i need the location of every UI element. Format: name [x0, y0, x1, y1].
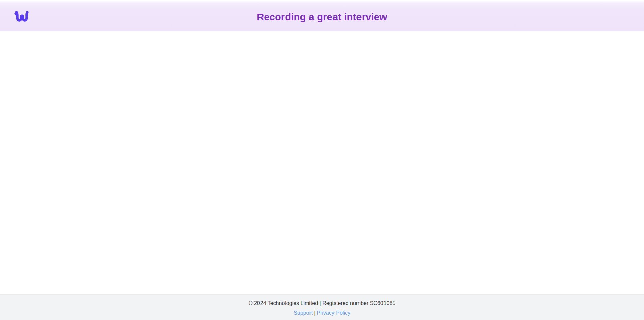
support-link[interactable]: Support	[294, 310, 313, 316]
footer-link-separator: |	[314, 310, 315, 316]
willo-w-logo-icon[interactable]	[14, 10, 29, 25]
page-title: Recording a great interview	[257, 11, 387, 23]
app-footer: © 2024 Technologies Limited | Registered…	[0, 294, 644, 320]
footer-links: Support|Privacy Policy	[0, 310, 644, 316]
app-header: Recording a great interview	[0, 0, 644, 31]
privacy-policy-link[interactable]: Privacy Policy	[317, 310, 350, 316]
copyright-text: © 2024 Technologies Limited | Registered…	[0, 300, 644, 306]
main-content	[0, 31, 644, 294]
